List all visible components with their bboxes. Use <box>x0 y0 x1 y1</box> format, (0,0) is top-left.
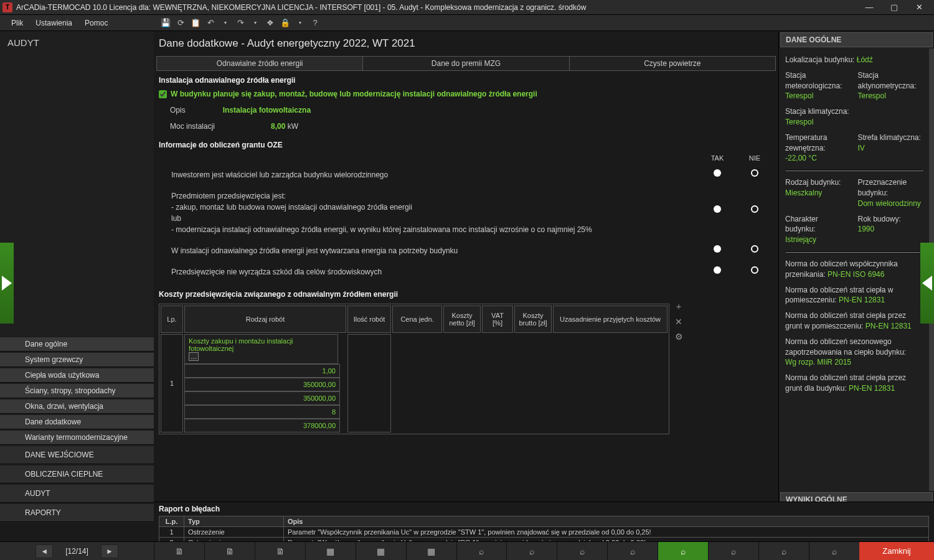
th-ilosc: Ilość robót <box>347 306 391 333</box>
tab-oze[interactable]: Odnawialne źródło energii <box>157 57 363 70</box>
undo-dropdown-icon[interactable]: ▾ <box>219 16 232 30</box>
lock-dropdown-icon[interactable]: ▾ <box>293 16 307 30</box>
section-grant: Informacje do obliczeń grantu OZE <box>159 138 773 152</box>
tab-mzg[interactable]: Dane do premii MZG <box>363 57 569 70</box>
err1-opis: Parametr "Współczynnik przenikania Uc" w… <box>284 527 929 538</box>
menu-ustawienia[interactable]: Ustawienia <box>29 15 78 31</box>
smet-l: Stacja meteorologiczna: <box>785 71 842 90</box>
window-title: ArCADia-TERMOCAD 10.0 Licencja dla: WEWN… <box>16 3 857 12</box>
n2-v: PN-EN 12831 <box>839 296 885 304</box>
cell-rodzaj[interactable]: Koszty zakupu i montażu instalacji fotow… <box>184 334 338 364</box>
fbtn-4[interactable]: ▦ <box>305 542 356 560</box>
pager-prev[interactable]: ◄ <box>35 544 53 558</box>
redo-dropdown-icon[interactable]: ▾ <box>248 16 262 30</box>
fbtn-3[interactable]: 🗎 <box>255 542 305 560</box>
delete-row-icon[interactable]: ✕ <box>673 316 684 327</box>
error-row-1[interactable]: 1 Ostrzeżenie Parametr "Współczynnik prz… <box>159 527 929 538</box>
nav-dane-ogolne[interactable]: Dane ogólne <box>0 337 154 352</box>
checkbox-planuje[interactable] <box>159 90 167 98</box>
moc-value[interactable]: 8,00 <box>271 122 285 131</box>
n3-v: PN-EN 12831 <box>866 322 912 330</box>
q3-nie-radio[interactable] <box>751 245 758 253</box>
center-panel: Dane dodatkowe - Audyt energetyczny 2022… <box>154 31 778 523</box>
n5-v: PN-EN 12831 <box>849 384 895 393</box>
fbtn-5[interactable]: ▦ <box>356 542 406 560</box>
error-title: Raport o błędach <box>159 503 929 516</box>
fbtn-6[interactable]: ▦ <box>406 542 456 560</box>
menu-plik[interactable]: Plik <box>5 15 29 31</box>
lock-icon[interactable]: 🔒 <box>278 16 292 30</box>
tab-czyste[interactable]: Czyste powietrze <box>570 57 775 70</box>
opis-value[interactable]: Instalacja fotowoltaiczna <box>223 106 311 114</box>
settings-row-icon[interactable]: ⚙ <box>673 331 684 342</box>
err1-id: 1 <box>159 527 184 538</box>
nav-head-obliczenia[interactable]: OBLICZENIA CIEPLNE <box>0 465 154 483</box>
strefa-v: IV <box>858 144 865 152</box>
layers-icon[interactable]: ❖ <box>263 16 277 30</box>
nav-okna[interactable]: Okna, drzwi, wentylacja <box>0 399 154 414</box>
smet-v: Terespol <box>785 91 813 100</box>
page-heading: Dane dodatkowe - Audyt energetyczny 2022… <box>154 31 778 56</box>
undo-icon[interactable]: ↶ <box>204 16 217 30</box>
edit-rodzaj-button[interactable]: … <box>189 352 199 361</box>
err1-typ: Ostrzeżenie <box>184 527 284 538</box>
th-rodzaj: Rodzaj robót <box>184 306 346 333</box>
minimize-button[interactable]: — <box>857 0 882 15</box>
q3-tak-radio[interactable] <box>714 245 721 253</box>
close-button[interactable]: Zamknij <box>859 542 934 560</box>
help-icon[interactable]: ? <box>308 16 322 30</box>
col-nie: NIE <box>736 154 773 162</box>
cell-cena[interactable]: 350000,00 <box>184 378 340 391</box>
save-icon[interactable]: 💾 <box>159 16 172 30</box>
fbtn-8[interactable]: ⌕ <box>506 542 557 560</box>
cell-uzas[interactable] <box>347 334 391 432</box>
copy-icon[interactable]: 📋 <box>189 16 202 30</box>
fbtn-2[interactable]: 🗎 <box>204 542 255 560</box>
nav-head-raporty[interactable]: RAPORTY <box>0 503 154 522</box>
redo-icon[interactable]: ↷ <box>234 16 247 30</box>
fbtn-14[interactable]: ⌕ <box>809 542 859 560</box>
refresh-icon[interactable]: ⟳ <box>174 16 187 30</box>
rodz-v: Mieszkalny <box>785 189 822 197</box>
q2-nie-radio[interactable] <box>751 205 758 213</box>
nav-system-grzewczy[interactable]: System grzewczy <box>0 352 154 367</box>
q1-nie-radio[interactable] <box>751 169 758 177</box>
nav-sciany[interactable]: Ściany, stropy, stropodachy <box>0 383 154 398</box>
question-2: Przedmiotem przedsięwzięcia jest: - zaku… <box>171 190 699 235</box>
fbtn-11-active[interactable]: ⌕ <box>658 542 708 560</box>
right-panel: DANE OGÓLNE Lokalizacja budynku: Łódź St… <box>778 31 934 523</box>
q1-tak-radio[interactable] <box>714 169 721 177</box>
n1-v: PN-EN ISO 6946 <box>828 270 884 279</box>
right-head-dane-ogolne[interactable]: DANE OGÓLNE <box>780 32 933 47</box>
char-l: Charakter budynku: <box>785 215 818 234</box>
q2-tak-radio[interactable] <box>714 205 721 213</box>
fbtn-13[interactable]: ⌕ <box>758 542 809 560</box>
nav-head-dane-wejsciowe[interactable]: DANE WEJŚCIOWE <box>0 446 154 464</box>
side-arrow-right[interactable] <box>920 243 934 324</box>
fbtn-10[interactable]: ⌕ <box>607 542 658 560</box>
pager-next[interactable]: ► <box>101 544 118 558</box>
add-row-icon[interactable]: ＋ <box>673 301 684 312</box>
nav-head-audyt[interactable]: AUDYT <box>0 484 154 503</box>
cost-row-1[interactable]: 1 Koszty zakupu i montażu instalacji fot… <box>161 334 667 432</box>
q4-tak-radio[interactable] <box>714 266 721 274</box>
error-report: Raport o błędach L.p. Typ Opis 1 Ostrzeż… <box>154 502 934 541</box>
nav-cwu[interactable]: Ciepła woda użytkowa <box>0 368 154 383</box>
window-close-button[interactable]: ✕ <box>907 0 932 15</box>
pager: ◄ [12/14] ► <box>0 542 154 560</box>
th-lp: Lp. <box>161 306 183 333</box>
fbtn-9[interactable]: ⌕ <box>557 542 607 560</box>
left-nav: Dane ogólne System grzewczy Ciepła woda … <box>0 337 154 523</box>
cell-vat[interactable]: 8 <box>184 405 340 419</box>
maximize-button[interactable]: ▢ <box>882 0 907 15</box>
err-h-opis: Opis <box>284 516 929 527</box>
cell-ilosc[interactable]: 1,00 <box>184 364 340 378</box>
nav-dane-dodatkowe[interactable]: Dane dodatkowe <box>0 414 154 429</box>
fbtn-7[interactable]: ⌕ <box>456 542 507 560</box>
q4-nie-radio[interactable] <box>751 266 758 274</box>
fbtn-1[interactable]: 🗎 <box>154 542 204 560</box>
nav-warianty[interactable]: Warianty termomodernizacyjne <box>0 430 154 445</box>
fbtn-12[interactable]: ⌕ <box>708 542 758 560</box>
side-arrow-left[interactable] <box>0 243 14 324</box>
menu-pomoc[interactable]: Pomoc <box>78 15 114 31</box>
